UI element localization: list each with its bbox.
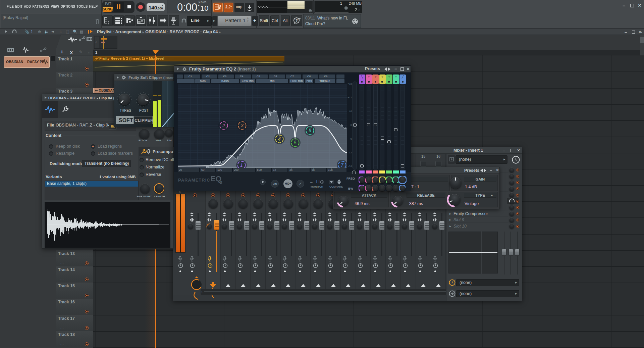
svg-text:?: ? [296, 18, 298, 22]
